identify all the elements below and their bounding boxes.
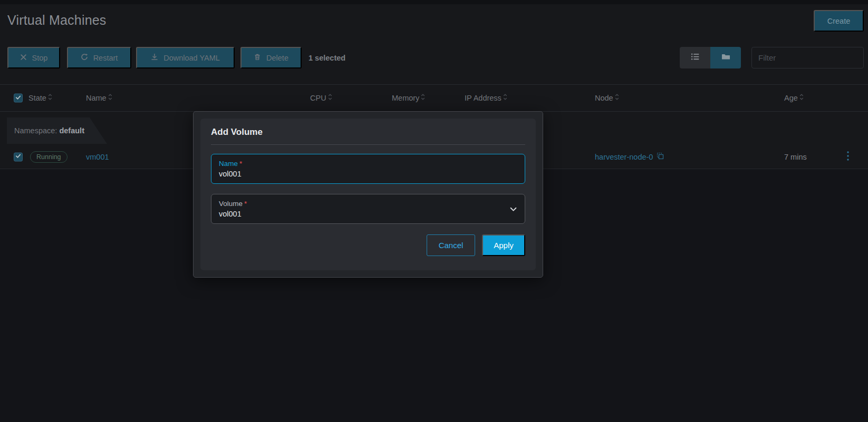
list-view-button[interactable]	[680, 47, 710, 68]
required-marker: *	[239, 160, 242, 168]
download-yaml-button-label: Download YAML	[163, 54, 220, 62]
sort-icon	[615, 93, 619, 103]
vm-name-link[interactable]: vm001	[86, 153, 109, 161]
restart-button[interactable]: Restart	[67, 47, 131, 68]
status-badge: Running	[30, 151, 67, 163]
check-icon	[15, 152, 22, 162]
volume-name-field[interactable]: Name*	[211, 154, 525, 184]
row-checkbox[interactable]	[14, 152, 23, 161]
top-strip	[0, 0, 868, 4]
check-icon	[15, 93, 22, 103]
restart-button-label: Restart	[93, 54, 118, 62]
folder-icon	[721, 53, 730, 63]
sort-icon	[421, 93, 425, 103]
download-icon	[151, 53, 158, 62]
copy-icon[interactable]	[657, 152, 664, 162]
table-header: State Name CPU Memory IP Address Node	[0, 84, 868, 112]
sort-icon	[503, 93, 507, 103]
stop-button[interactable]: Stop	[7, 47, 60, 68]
sort-icon	[48, 93, 52, 103]
node-link[interactable]: harvester-node-0	[595, 153, 653, 161]
stop-button-label: Stop	[32, 54, 48, 62]
name-input[interactable]	[219, 170, 517, 178]
column-header-name[interactable]: Name	[86, 93, 112, 103]
x-icon	[20, 54, 27, 62]
add-volume-modal-body: Add Volume Name* Volume* vol001 Cancel	[200, 119, 536, 270]
modal-divider	[211, 144, 525, 145]
volume-select-value: vol001	[219, 210, 517, 218]
volume-field-label: Volume*	[219, 200, 517, 208]
trash-icon	[254, 53, 261, 62]
name-field-label: Name*	[219, 160, 517, 168]
kebab-icon	[847, 153, 849, 162]
create-button[interactable]: Create	[814, 10, 864, 32]
add-volume-modal: Add Volume Name* Volume* vol001 Cancel	[193, 111, 543, 278]
column-header-cpu[interactable]: CPU	[310, 93, 332, 103]
delete-button-label: Delete	[266, 54, 288, 62]
apply-button[interactable]: Apply	[482, 234, 525, 256]
list-icon	[691, 53, 700, 63]
required-marker: *	[244, 200, 247, 208]
sort-icon	[108, 93, 112, 103]
filter-input[interactable]	[751, 47, 864, 68]
grouped-view-button[interactable]	[710, 47, 741, 68]
age-value: 7 mins	[784, 153, 807, 161]
row-actions-button[interactable]	[843, 149, 853, 165]
cancel-button[interactable]: Cancel	[427, 234, 475, 256]
sort-icon	[799, 93, 804, 103]
modal-title: Add Volume	[211, 127, 525, 138]
modal-footer: Cancel Apply	[211, 234, 525, 256]
chevron-down-icon	[510, 204, 517, 214]
namespace-name: default	[59, 126, 84, 135]
column-header-ip-address[interactable]: IP Address	[465, 93, 507, 103]
virtual-machines-page: Virtual Machines Create Stop Restart Dow…	[0, 0, 868, 422]
select-all-checkbox[interactable]	[14, 94, 23, 103]
download-yaml-button[interactable]: Download YAML	[136, 47, 235, 68]
sort-icon	[328, 93, 332, 103]
selected-count: 1 selected	[308, 47, 345, 68]
column-header-age[interactable]: Age	[784, 93, 804, 103]
page-title: Virtual Machines	[7, 13, 107, 28]
delete-button[interactable]: Delete	[240, 47, 302, 68]
namespace-group-label: Namespace: default	[14, 126, 84, 135]
column-header-state[interactable]: State	[28, 93, 52, 103]
volume-select-field[interactable]: Volume* vol001	[211, 194, 525, 224]
view-mode-toggle	[680, 47, 741, 68]
column-header-node[interactable]: Node	[595, 93, 619, 103]
column-header-memory[interactable]: Memory	[392, 93, 425, 103]
restart-icon	[81, 53, 88, 62]
